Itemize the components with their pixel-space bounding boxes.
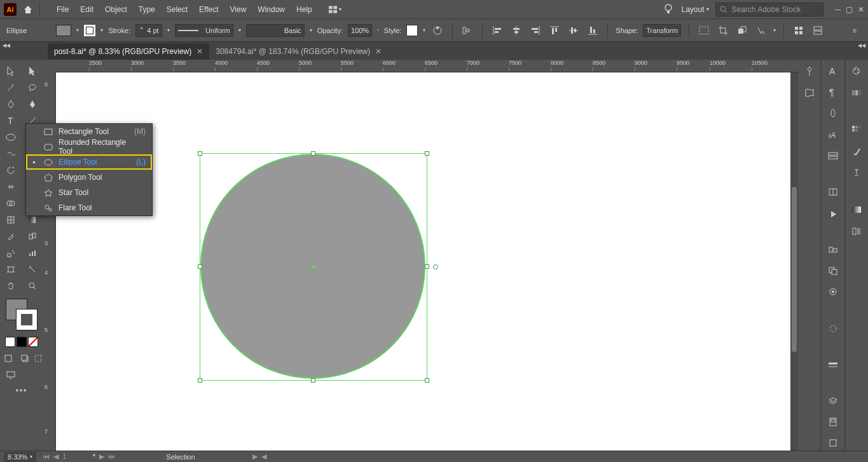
menu-help[interactable]: Help — [291, 3, 317, 17]
flyout-star[interactable]: Star Tool — [26, 185, 152, 200]
selection-tool[interactable] — [0, 64, 22, 79]
opacity-value[interactable]: 100% — [348, 24, 372, 37]
artboard-tool[interactable] — [0, 262, 22, 277]
pie-handle[interactable] — [433, 264, 438, 269]
doc-tab-1[interactable]: post-8.ai* @ 8.33% (RGB/GPU Preview) ✕ — [48, 43, 209, 60]
discover-icon[interactable] — [662, 3, 675, 16]
paragraph-panel-icon[interactable]: ¶ — [824, 85, 842, 99]
flyout-ellipse[interactable]: ▪Ellipse Tool(L) — [26, 154, 152, 170]
menu-window[interactable]: Window — [252, 3, 290, 17]
transform-panel-button[interactable]: Transform — [643, 24, 681, 37]
close-tab-icon[interactable]: ✕ — [375, 47, 382, 56]
select-similar-icon[interactable] — [754, 24, 768, 37]
close-button[interactable]: ✕ — [858, 5, 864, 14]
last-artboard-icon[interactable]: ⏭ — [108, 452, 115, 461]
hand-tool[interactable] — [0, 278, 22, 294]
preferences-icon[interactable] — [811, 24, 825, 37]
color-guide-panel-icon[interactable] — [848, 85, 865, 100]
canvas[interactable] — [56, 72, 798, 451]
blend-tool[interactable] — [22, 229, 43, 244]
properties-panel-icon[interactable] — [801, 64, 818, 79]
home-icon[interactable] — [22, 3, 34, 16]
color-panel-icon[interactable] — [848, 64, 865, 79]
var-width-profile[interactable]: Uniform — [175, 24, 233, 37]
minimize-button[interactable]: ─ — [835, 5, 841, 14]
symbols-panel-icon[interactable] — [848, 165, 865, 180]
menu-object[interactable]: Object — [100, 3, 132, 17]
ellipse-tool-selected[interactable] — [0, 130, 22, 145]
align-panel-icon[interactable] — [460, 24, 474, 37]
shape-builder-tool[interactable] — [0, 196, 22, 211]
align-right-icon[interactable] — [528, 24, 542, 37]
eyedropper-tool[interactable] — [0, 229, 22, 244]
zoom-level[interactable]: 8.33%▾ — [4, 452, 36, 462]
resize-handle[interactable] — [198, 151, 202, 156]
expand-panels-icon[interactable]: ◂◂ — [858, 41, 865, 50]
align-to-icon[interactable] — [792, 24, 806, 37]
edit-toolbar-icon[interactable]: ••• — [0, 386, 43, 395]
libraries-panel-icon[interactable] — [801, 85, 818, 100]
slice-tool[interactable] — [22, 262, 43, 277]
isolate-icon[interactable] — [697, 24, 711, 37]
menu-effect[interactable]: Effect — [194, 3, 223, 17]
graphic-style[interactable] — [406, 25, 418, 36]
asset-export-panel-icon[interactable] — [824, 414, 842, 429]
scrollbar-thumb[interactable] — [792, 187, 797, 352]
actions-panel-icon[interactable] — [824, 206, 842, 221]
hscroll-right-icon[interactable]: ◀ — [261, 452, 266, 461]
resize-handle[interactable] — [425, 151, 429, 156]
character-panel-icon[interactable]: A — [824, 64, 842, 78]
flyout-flare[interactable]: Flare Tool — [26, 200, 152, 215]
align-top-icon[interactable] — [548, 24, 561, 37]
expand-tools-icon[interactable]: ◂◂ — [3, 41, 10, 50]
glyphs-panel-icon[interactable]: ıA — [824, 127, 842, 142]
doc-tab-2[interactable]: 3084794.ai* @ 183.74% (RGB/GPU Preview) … — [209, 43, 388, 60]
flyout-polygon[interactable]: Polygon Tool — [26, 170, 152, 185]
recolor-icon[interactable] — [431, 24, 444, 37]
draw-behind-icon[interactable] — [17, 351, 33, 366]
arrange-docs-icon[interactable]: ▾ — [329, 3, 341, 16]
pen-tool[interactable] — [0, 97, 22, 112]
lasso-tool[interactable] — [22, 80, 43, 95]
none-mode-icon[interactable] — [28, 337, 38, 347]
shape-panel-label[interactable]: Shape: — [616, 27, 638, 34]
draw-normal-icon[interactable] — [0, 351, 17, 366]
color-mode-icon[interactable] — [5, 337, 15, 347]
horizontal-ruler[interactable]: 2500 3000 3500 4000 4500 5000 5500 6000 … — [56, 60, 798, 72]
curvature-tool[interactable] — [22, 97, 43, 112]
graphic-styles-panel-icon[interactable] — [848, 224, 865, 239]
workspace-switcher[interactable]: Layout ▾ — [681, 5, 709, 14]
prev-artboard-icon[interactable]: ◀ — [53, 452, 59, 461]
layers-panel-icon[interactable] — [824, 393, 842, 408]
artboards-panel-icon[interactable] — [824, 436, 842, 451]
stroke-color-box[interactable] — [16, 309, 38, 330]
artboard[interactable] — [56, 72, 790, 451]
transform-panel-icon[interactable] — [824, 285, 842, 299]
resize-handle[interactable] — [425, 378, 429, 383]
artboard-number[interactable]: 1 — [62, 452, 66, 461]
pathfinder-panel-icon[interactable] — [824, 263, 842, 278]
flyout-rounded-rectangle[interactable]: Rounded Rectangle Tool — [26, 139, 152, 154]
appearance-panel-icon[interactable] — [824, 106, 842, 121]
mesh-tool[interactable] — [0, 212, 22, 228]
menu-view[interactable]: View — [225, 3, 252, 17]
stroke-swatch[interactable] — [84, 25, 95, 36]
close-tab-icon[interactable]: ✕ — [196, 47, 203, 56]
rotate-tool[interactable] — [0, 163, 22, 178]
arrange-icon[interactable] — [735, 24, 749, 37]
shaper-tool[interactable] — [0, 146, 22, 161]
direct-selection-tool[interactable] — [22, 64, 43, 79]
resize-handle[interactable] — [311, 378, 315, 383]
menu-select[interactable]: Select — [162, 3, 193, 17]
menu-edit[interactable]: Edit — [75, 3, 99, 17]
char-styles-panel-icon[interactable] — [824, 149, 842, 163]
vertical-scrollbar[interactable] — [790, 72, 798, 451]
maximize-button[interactable]: ▢ — [846, 5, 853, 14]
next-artboard-icon[interactable]: ▶ — [99, 452, 104, 461]
magic-wand-tool[interactable] — [0, 80, 22, 95]
align-panel-icon[interactable] — [824, 242, 842, 257]
links-panel-icon[interactable] — [824, 185, 842, 200]
symbol-sprayer-tool[interactable] — [0, 245, 22, 261]
menu-icon[interactable]: ≡ — [848, 24, 862, 37]
gradient-panel-icon[interactable] — [848, 202, 865, 217]
